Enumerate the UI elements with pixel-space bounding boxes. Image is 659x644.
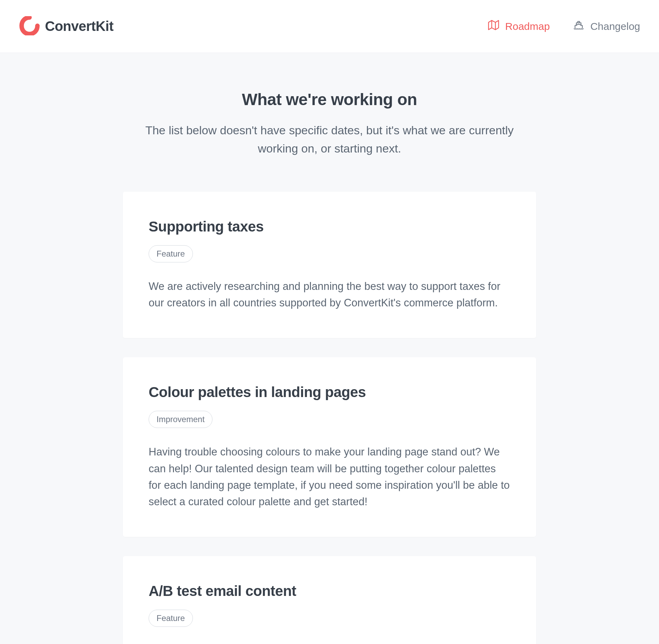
page-subtitle: The list below doesn't have specific dat… [137,121,522,157]
logo-icon [19,16,40,37]
cards-list: Supporting taxes Feature We are actively… [123,192,536,644]
main-content: What we're working on The list below doe… [123,53,536,644]
ship-icon [573,20,584,33]
card-badge: Feature [149,610,193,627]
logo[interactable]: ConvertKit [19,16,113,37]
page-title: What we're working on [123,90,536,109]
nav-changelog-label: Changelog [590,21,640,32]
card-description: We are actively researching and planning… [149,278,510,311]
roadmap-card[interactable]: Colour palettes in landing pages Improve… [123,357,536,536]
brand-name: ConvertKit [45,19,113,34]
card-description: Having trouble choosing colours to make … [149,444,510,510]
nav-roadmap[interactable]: Roadmap [488,20,550,33]
card-title: A/B test email content [149,583,510,599]
nav: Roadmap Changelog [488,20,640,33]
card-title: Colour palettes in landing pages [149,384,510,400]
card-badge: Feature [149,245,193,262]
card-badge: Improvement [149,411,212,428]
card-title: Supporting taxes [149,218,510,235]
card-description: Headlines are great, but really they hav… [149,643,510,644]
header: ConvertKit Roadmap Changel [0,0,659,53]
nav-changelog[interactable]: Changelog [573,20,640,33]
roadmap-card[interactable]: Supporting taxes Feature We are actively… [123,192,536,338]
svg-marker-0 [488,21,498,30]
roadmap-card[interactable]: A/B test email content Feature Headlines… [123,556,536,644]
nav-roadmap-label: Roadmap [505,21,550,32]
map-icon [488,20,499,33]
